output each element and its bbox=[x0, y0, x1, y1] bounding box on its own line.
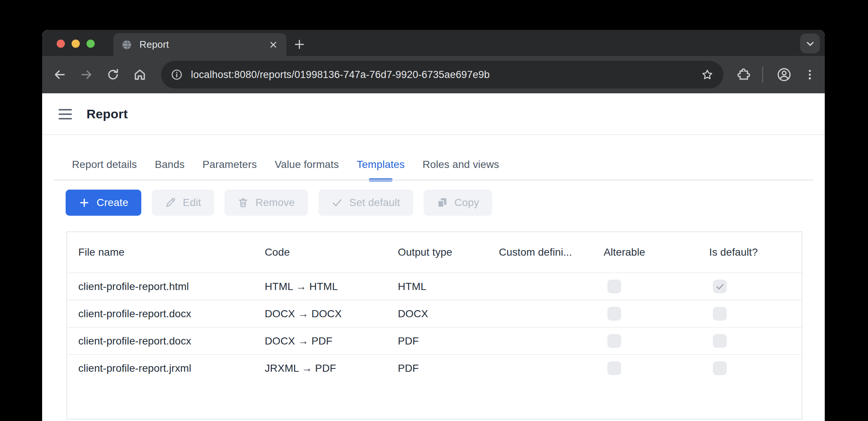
cell-code: HTML → HTML bbox=[254, 273, 387, 300]
cell-code: DOCX → PDF bbox=[254, 328, 387, 354]
toolbar-divider bbox=[762, 66, 763, 83]
browser-tab-strip: Report bbox=[42, 30, 825, 56]
close-tab-icon[interactable] bbox=[268, 40, 278, 50]
cell-custom-definition bbox=[488, 328, 592, 354]
is-default-checkbox[interactable] bbox=[713, 334, 727, 348]
copy-button[interactable]: Copy bbox=[424, 190, 492, 216]
column-header-file-name: File name bbox=[67, 232, 254, 272]
tab-bands[interactable]: Bands bbox=[155, 135, 185, 181]
table-row[interactable]: client-profile-report.docx DOCX → DOCX D… bbox=[67, 300, 802, 327]
table-row[interactable]: client-profile-report.jrxml JRXML → PDF … bbox=[67, 354, 802, 381]
templates-table: File name Code Output type Custom defini… bbox=[66, 231, 802, 420]
create-button[interactable]: Create bbox=[66, 190, 141, 216]
site-info-icon[interactable] bbox=[171, 69, 183, 81]
trash-icon bbox=[238, 197, 249, 208]
cell-file-name: client-profile-report.docx bbox=[67, 328, 254, 354]
tab-templates[interactable]: Templates bbox=[357, 135, 405, 181]
minimize-window-button[interactable] bbox=[72, 40, 80, 48]
cell-code: DOCX → DOCX bbox=[254, 300, 387, 327]
column-header-code: Code bbox=[254, 232, 387, 272]
tab-parameters[interactable]: Parameters bbox=[202, 135, 257, 181]
alterable-checkbox[interactable] bbox=[607, 280, 621, 293]
tab-roles-and-views[interactable]: Roles and views bbox=[422, 135, 499, 181]
is-default-checkbox[interactable] bbox=[713, 307, 727, 321]
kebab-menu-icon[interactable] bbox=[802, 67, 817, 82]
bookmark-star-icon[interactable] bbox=[701, 68, 714, 81]
home-button[interactable] bbox=[133, 68, 147, 81]
cell-output-type: HTML bbox=[387, 273, 488, 300]
is-default-checkbox[interactable] bbox=[713, 280, 727, 293]
table-row[interactable]: client-profile-report.docx DOCX → PDF PD… bbox=[67, 327, 802, 354]
url-text[interactable]: localhost:8080/reports/01998136-747a-76d… bbox=[191, 69, 701, 81]
table-row[interactable]: client-profile-report.html HTML → HTML H… bbox=[67, 272, 802, 300]
alterable-checkbox[interactable] bbox=[607, 307, 621, 321]
globe-favicon-icon bbox=[122, 40, 132, 50]
remove-button[interactable]: Remove bbox=[224, 190, 308, 216]
table-header-row: File name Code Output type Custom defini… bbox=[67, 232, 802, 272]
cell-custom-definition bbox=[488, 300, 592, 327]
edit-button[interactable]: Edit bbox=[152, 190, 214, 216]
plus-icon bbox=[79, 197, 90, 208]
cell-output-type: DOCX bbox=[387, 300, 488, 327]
column-header-custom-definition: Custom defini... bbox=[488, 232, 592, 272]
url-bar[interactable]: localhost:8080/reports/01998136-747a-76d… bbox=[161, 61, 723, 88]
is-default-checkbox[interactable] bbox=[713, 361, 727, 375]
forward-button[interactable] bbox=[80, 68, 93, 81]
close-window-button[interactable] bbox=[57, 40, 65, 48]
menu-icon[interactable] bbox=[59, 107, 72, 121]
page-header: Report bbox=[42, 93, 825, 135]
chevron-down-icon[interactable] bbox=[800, 34, 820, 53]
extensions-icon[interactable] bbox=[736, 67, 751, 82]
set-default-button[interactable]: Set default bbox=[318, 190, 413, 216]
cell-output-type: PDF bbox=[387, 328, 488, 354]
profile-icon[interactable] bbox=[777, 67, 792, 82]
tab-value-formats[interactable]: Value formats bbox=[275, 135, 339, 181]
column-header-output-type: Output type bbox=[387, 232, 488, 272]
report-page: Report Report details Bands Parameters V… bbox=[42, 93, 825, 421]
browser-window: Report localhost:8080/r bbox=[42, 30, 825, 421]
cell-custom-definition bbox=[488, 273, 592, 300]
cell-file-name: client-profile-report.html bbox=[67, 273, 254, 300]
cell-code: JRXML → PDF bbox=[254, 355, 387, 381]
back-button[interactable] bbox=[53, 68, 66, 81]
cell-custom-definition bbox=[488, 355, 592, 381]
alterable-checkbox[interactable] bbox=[607, 361, 621, 375]
alterable-checkbox[interactable] bbox=[607, 334, 621, 348]
pencil-icon bbox=[165, 197, 176, 208]
browser-tab[interactable]: Report bbox=[113, 33, 286, 56]
tab-report-details[interactable]: Report details bbox=[72, 135, 137, 181]
templates-action-bar: Create Edit Remove Set default Copy bbox=[66, 190, 492, 216]
reload-button[interactable] bbox=[106, 68, 120, 81]
cell-output-type: PDF bbox=[387, 355, 488, 381]
browser-toolbar: localhost:8080/reports/01998136-747a-76d… bbox=[42, 56, 825, 93]
new-tab-button[interactable] bbox=[291, 36, 308, 53]
cell-file-name: client-profile-report.docx bbox=[67, 300, 254, 327]
column-header-alterable: Alterable bbox=[592, 232, 698, 272]
zoom-window-button[interactable] bbox=[87, 40, 95, 48]
cell-file-name: client-profile-report.jrxml bbox=[67, 355, 254, 381]
browser-tab-title: Report bbox=[139, 39, 268, 50]
page-title: Report bbox=[87, 107, 128, 121]
tabs-track-line bbox=[54, 180, 814, 181]
report-tabs: Report details Bands Parameters Value fo… bbox=[54, 135, 814, 181]
copy-icon bbox=[437, 197, 448, 208]
check-icon bbox=[331, 197, 343, 208]
column-header-is-default: Is default? bbox=[698, 232, 802, 272]
